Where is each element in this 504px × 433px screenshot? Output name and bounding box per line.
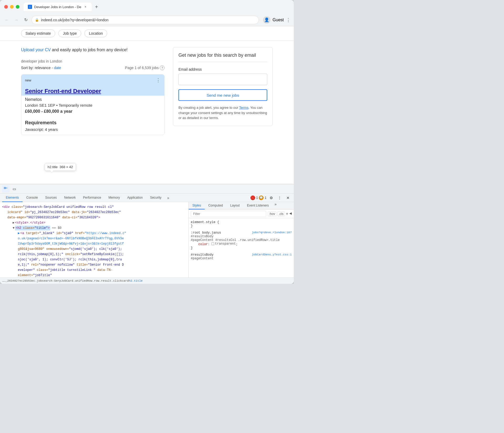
- devtools-tab-elements[interactable]: Elements: [2, 194, 23, 202]
- sort-bar: Sort by: relevance - date Page 1 of 6,53…: [21, 65, 164, 70]
- minimize-traffic-light[interactable]: [10, 5, 14, 9]
- devtools-more-tabs[interactable]: »: [165, 196, 171, 200]
- user-avatar[interactable]: 👤: [263, 16, 270, 24]
- styles-filter-input[interactable]: [191, 211, 266, 217]
- html-line-5-selected[interactable]: ▼<h2 class="title"> == $0: [2, 226, 186, 230]
- traffic-lights: [4, 5, 19, 9]
- devtools-tab-bar: Elements Console Sources Network Perform…: [0, 194, 294, 202]
- help-icon[interactable]: ?: [160, 65, 164, 70]
- devtools-tab-network[interactable]: Network: [60, 194, 79, 202]
- css-rule-results-body: #resultsBody jobCardDens…yTest.css:1 #pa…: [191, 253, 292, 260]
- html-line-e: rclk(this,jobmap[0],1);" onclick="setRef…: [2, 252, 186, 257]
- page-count: Page 1 of 6,539 jobs ?: [125, 65, 164, 70]
- styles-tab-bar: Styles Computed Layout Event Listeners »: [189, 202, 294, 210]
- devtools-tab-application[interactable]: Application: [124, 194, 146, 202]
- breadcrumb-path[interactable]: …_2634027ec28b53ec.jobsearch-SerpJobCard…: [4, 279, 129, 282]
- css-source-link-2[interactable]: jobCardDens…yTest.css:1: [252, 253, 292, 257]
- devtools-tab-console[interactable]: Console: [23, 194, 42, 202]
- devtools-body: <div class="jobsearch-SerpJobCard unifie…: [0, 202, 294, 277]
- devtools-elements-panel: <div class="jobsearch-SerpJobCard unifie…: [0, 202, 189, 277]
- error-count: 1: [256, 196, 258, 200]
- maximize-traffic-light[interactable]: [16, 5, 19, 9]
- devtools-panel: ▭ Elements Console Sources Network Perfo…: [0, 184, 294, 284]
- element-tooltip: h2.title 368 × 42: [45, 163, 76, 171]
- user-area: 👤 Guest: [263, 16, 284, 24]
- devtools-close-button[interactable]: ✕: [284, 194, 292, 202]
- upload-cv-link[interactable]: Upload your CV: [21, 48, 51, 52]
- css-source-link-1[interactable]: jobs?q=deve…=london:187: [252, 231, 292, 235]
- job-card-header: new ⋮: [21, 75, 164, 86]
- user-label: Guest: [272, 18, 284, 22]
- job-new-badge: new: [25, 78, 31, 82]
- filter-add-button[interactable]: +: [286, 212, 288, 216]
- tab-close-button[interactable]: ×: [83, 5, 88, 9]
- devtools-settings-button[interactable]: ⚙: [268, 194, 275, 202]
- send-new-jobs-button[interactable]: Send me new jobs: [178, 89, 267, 101]
- devtools-tab-memory[interactable]: Memory: [105, 194, 124, 202]
- search-context: developer jobs in London: [21, 59, 164, 63]
- reload-button[interactable]: ↻: [22, 16, 29, 24]
- devtools-tab-security[interactable]: Security: [146, 194, 165, 202]
- filter-sidebar-button[interactable]: ◀: [289, 212, 292, 216]
- error-badge: ❌: [250, 195, 255, 200]
- new-tab-button[interactable]: +: [93, 3, 100, 11]
- filter-hov-button[interactable]: :hov: [268, 212, 276, 216]
- sort-label: Sort by: relevance -: [21, 66, 53, 70]
- styles-tab-styles[interactable]: Styles: [189, 202, 205, 209]
- devtools-inspect-button[interactable]: [2, 185, 9, 193]
- url-bar[interactable]: 🔒 indeed.co.uk/jobs?q=developer&l=london: [32, 16, 259, 24]
- job-company: Nemetos: [21, 96, 164, 102]
- styles-tab-layout[interactable]: Layout: [227, 202, 243, 209]
- email-address-input[interactable]: [178, 74, 267, 85]
- tab-bar: i Developer Jobs in London - De × +: [24, 3, 100, 11]
- browser-menu-button[interactable]: ⋮: [286, 17, 291, 23]
- devtools-tab-performance[interactable]: Performance: [79, 194, 105, 202]
- right-column: Get new jobs for this search by email Em…: [173, 47, 273, 135]
- tooltip-dimensions: 368 × 42: [60, 165, 73, 169]
- styles-content: element.style { } :root body.janus jobs?…: [189, 218, 294, 277]
- devtools-styles-panel: Styles Computed Layout Event Listeners »…: [189, 202, 294, 277]
- html-line-d: g801&jsa=9680" onmousedown="sjomd('sja0'…: [2, 247, 186, 251]
- back-button[interactable]: ←: [3, 16, 11, 24]
- styles-filter-bar: :hov .cls + ◀: [189, 210, 294, 218]
- html-line-2: ickcard" id="pj_2634027ec28b53ec" data-j…: [2, 210, 186, 215]
- filter-cls-button[interactable]: .cls: [277, 212, 285, 216]
- devtools-toolbar: ▭: [0, 184, 294, 194]
- html-line-b: o.uk/pagead/clk?mo=r&ad=-6NYlbfkN0BeQ3bF…: [2, 236, 186, 241]
- warn-count: 1: [265, 196, 266, 200]
- filter-salary[interactable]: Salary estimate: [21, 29, 55, 37]
- filter-job-type[interactable]: Job type: [58, 29, 81, 37]
- styles-tab-event-listeners[interactable]: Event Listeners: [243, 202, 272, 209]
- job-title-row: Senior Front-end Developer: [21, 86, 164, 96]
- page-content: Salary estimate Job type Location Upload…: [0, 26, 294, 184]
- job-location: London SE1 1EP • Temporarily remote: [21, 102, 164, 109]
- browser-window: i Developer Jobs in London - De × + ← → …: [0, 0, 294, 284]
- styles-tab-computed[interactable]: Computed: [205, 202, 227, 209]
- warn-badge: 💬: [259, 195, 264, 200]
- devtools-right-controls: ❌ 1 💬 1 ⚙ ⋮ ✕: [250, 194, 292, 202]
- css-rule-element-style: element.style { }: [191, 220, 292, 228]
- filter-bar: Salary estimate Job type Location: [0, 26, 294, 41]
- svg-rect-0: [4, 187, 6, 189]
- close-traffic-light[interactable]: [4, 5, 8, 9]
- html-line-1: <div class="jobsearch-SerpJobCard unifie…: [2, 205, 186, 209]
- terms-link[interactable]: Terms: [239, 106, 248, 110]
- html-line-c: 1VwprDp3r5dayaG6M_t3kjWG&p=0&fvj=1&vjs=3…: [2, 241, 186, 246]
- upload-cv-banner: Upload your CV and easily apply to jobs …: [21, 47, 164, 53]
- devtools-tab-sources[interactable]: Sources: [42, 194, 60, 202]
- job-title[interactable]: Senior Front-end Developer: [25, 88, 101, 94]
- devtools-menu-button[interactable]: ⋮: [276, 194, 283, 202]
- breadcrumb-selected[interactable]: h2.title: [129, 279, 143, 282]
- filter-location[interactable]: Location: [84, 29, 107, 37]
- browser-tab[interactable]: i Developer Jobs in London - De ×: [24, 3, 92, 11]
- html-line-g: e,1);" rel="noopener nofollow" title="Se…: [2, 262, 186, 267]
- sort-date-link[interactable]: date: [54, 66, 61, 70]
- breadcrumb-ellipsis: …: [2, 279, 4, 282]
- job-options-button[interactable]: ⋮: [156, 77, 161, 83]
- forward-button[interactable]: →: [13, 16, 20, 24]
- html-line-i: element="jobTitle": [2, 273, 186, 277]
- html-line-3: data-empn="9627208631611648" data-ci="36…: [2, 215, 186, 220]
- devtools-mobile-button[interactable]: ▭: [11, 185, 18, 193]
- styles-more-tabs[interactable]: »: [272, 202, 279, 209]
- breadcrumb-bar: … …_2634027ec28b53ec.jobsearch-SerpJobCa…: [0, 277, 294, 284]
